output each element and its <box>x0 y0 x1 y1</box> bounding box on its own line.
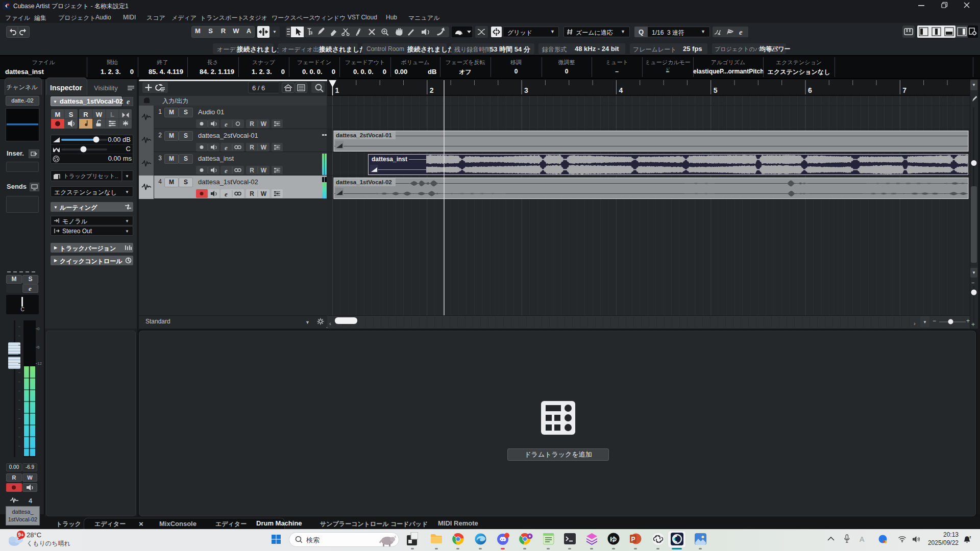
svg-text:W: W <box>261 190 267 197</box>
svg-text:4: 4 <box>619 86 623 94</box>
svg-text:P: P <box>631 536 635 543</box>
svg-text:9+: 9+ <box>18 532 24 538</box>
svg-text:R: R <box>250 120 254 128</box>
svg-text:R: R <box>83 111 88 118</box>
svg-text:dattesa_1stVocal-02: dattesa_1stVocal-02 <box>336 179 392 185</box>
svg-text:e: e <box>225 167 228 174</box>
svg-text:R: R <box>250 190 254 197</box>
svg-text:dattesa_inst: dattesa_inst <box>372 156 407 163</box>
svg-text:L: L <box>110 111 114 118</box>
svg-text:1: 1 <box>335 86 339 94</box>
svg-text:e: e <box>29 285 32 292</box>
svg-text:z: z <box>969 535 971 539</box>
svg-text:W: W <box>261 144 267 151</box>
svg-text:W: W <box>96 111 103 118</box>
svg-text:S: S <box>69 111 74 118</box>
svg-text:6: 6 <box>808 86 812 94</box>
svg-text:e: e <box>225 120 228 128</box>
svg-text:e: e <box>127 98 130 106</box>
svg-text:R: R <box>250 167 254 174</box>
svg-text:M: M <box>55 111 61 118</box>
svg-text:dattesa_2stVocal-01: dattesa_2stVocal-01 <box>336 132 392 138</box>
svg-text:e: e <box>225 190 228 198</box>
svg-text:W: W <box>261 120 267 128</box>
svg-text:W: W <box>261 167 267 174</box>
svg-text:5: 5 <box>714 86 718 94</box>
svg-text:e: e <box>739 28 743 36</box>
svg-text:7: 7 <box>902 86 906 94</box>
svg-text:e: e <box>225 144 228 152</box>
svg-text:3: 3 <box>524 86 528 94</box>
svg-text:2: 2 <box>430 86 434 94</box>
svg-text:ゆ: ゆ <box>610 535 617 543</box>
svg-text:R: R <box>250 144 254 151</box>
